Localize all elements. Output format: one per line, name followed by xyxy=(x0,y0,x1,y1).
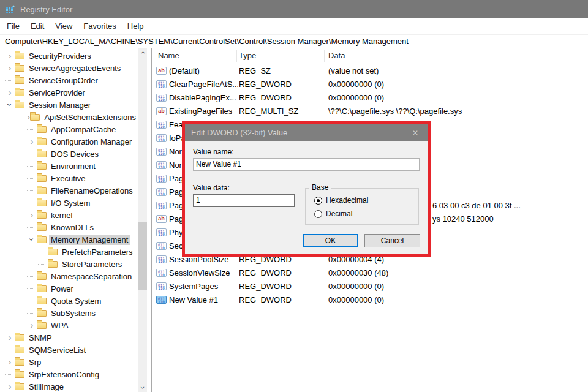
column-divider[interactable] xyxy=(521,50,521,62)
value-data-field[interactable]: 1 xyxy=(193,194,295,207)
registry-path: Computer\HKEY_LOCAL_MACHINE\SYSTEM\Curre… xyxy=(5,37,409,46)
tree-item-snmp[interactable]: ›SNMP xyxy=(0,331,138,344)
value-row-systempages[interactable]: 011 110SystemPagesREG_DWORD0x00000000 (0… xyxy=(152,279,588,293)
tree-item-namespaceseparation[interactable]: NamespaceSeparation xyxy=(0,270,138,282)
chevron-right-icon[interactable]: › xyxy=(27,211,37,219)
chevron-right-icon[interactable]: › xyxy=(5,358,15,366)
chevron-right-icon[interactable]: › xyxy=(5,88,15,97)
value-type: REG_SZ xyxy=(239,66,271,75)
tree-item-label: I/O System xyxy=(49,198,92,208)
menu-item-help[interactable]: Help xyxy=(122,18,149,34)
scroll-down-icon[interactable]: › xyxy=(138,383,147,392)
tree-item-serviceprovider[interactable]: ›ServiceProvider xyxy=(0,86,138,99)
tree-item-kernel[interactable]: ›kernel xyxy=(0,209,138,221)
menu-item-favorites[interactable]: Favorites xyxy=(78,18,121,34)
tree-item-executive[interactable]: Executive xyxy=(0,172,138,184)
tree-item-label: ServiceAggregatedEvents xyxy=(27,63,123,74)
tree-connector xyxy=(27,178,33,179)
column-divider[interactable] xyxy=(236,50,237,62)
radio-button-icon[interactable] xyxy=(314,197,322,205)
menu-item-edit[interactable]: Edit xyxy=(25,18,50,34)
tree-item-apisetschemaextensions[interactable]: ›ApiSetSchemaExtensions xyxy=(0,111,138,123)
scrollbar-thumb[interactable] xyxy=(138,222,147,290)
tree-connector xyxy=(27,190,33,191)
value-type: REG_DWORD xyxy=(239,295,292,304)
menu-item-view[interactable]: View xyxy=(50,18,78,34)
column-divider[interactable] xyxy=(324,50,325,62)
folder-icon xyxy=(37,224,47,231)
menu-item-file[interactable]: File xyxy=(1,18,25,34)
tree-item-appcompatcache[interactable]: AppCompatCache xyxy=(0,123,138,135)
tree-item-knowndlls[interactable]: KnownDLLs xyxy=(0,221,138,233)
value-row-disablepagingex[interactable]: 011 110DisablePagingEx...REG_DWORD0x0000… xyxy=(152,91,588,104)
value-row-sessionviewsize[interactable]: 011 110SessionViewSizeREG_DWORD0x0000003… xyxy=(152,266,588,279)
folder-icon xyxy=(15,102,24,108)
cancel-button[interactable]: Cancel xyxy=(364,234,420,247)
tree-item-srpextensionconfig[interactable]: SrpExtensionConfig xyxy=(0,368,138,380)
tree-item-label: SNMP xyxy=(27,333,54,343)
tree-item-environment[interactable]: Environment xyxy=(0,160,138,172)
tree-scrollbar[interactable]: › › xyxy=(138,48,147,392)
folder-icon xyxy=(37,298,47,304)
tree-item-serviceaggregatedevents[interactable]: ›ServiceAggregatedEvents xyxy=(0,62,138,74)
tree-item-session-manager[interactable]: ›Session Manager xyxy=(0,99,138,111)
chevron-right-icon[interactable]: › xyxy=(27,321,37,330)
dword-value-icon: 011 110 xyxy=(156,269,167,277)
tree-item-wpa[interactable]: ›WPA xyxy=(0,319,138,331)
value-data: \??\C:\pagefile.sys \??\Q:\pagefile.sys xyxy=(328,107,462,116)
tree-item-label: NamespaceSeparation xyxy=(49,271,134,282)
tree-item-dos-devices[interactable]: DOS Devices xyxy=(0,148,138,160)
tree-item-subsystems[interactable]: SubSystems xyxy=(0,307,138,319)
tree-item-servicegrouporder[interactable]: ServiceGroupOrder xyxy=(0,74,138,86)
column-header-type[interactable]: Type xyxy=(239,51,256,60)
address-bar[interactable]: Computer\HKEY_LOCAL_MACHINE\SYSTEM\Curre… xyxy=(0,34,588,48)
column-header-name[interactable]: Name xyxy=(158,51,179,60)
value-row-new-value-1[interactable]: 011 110New Value #1REG_DWORD0x00000000 (… xyxy=(152,293,588,306)
tree-item-storeparameters[interactable]: StoreParameters xyxy=(0,258,138,270)
folder-icon xyxy=(37,175,47,182)
value-row-default[interactable]: ab(Default)REG_SZ(value not set) xyxy=(152,64,588,77)
tree-item-prefetchparameters[interactable]: PrefetchParameters xyxy=(0,246,138,258)
tree-item-label: KnownDLLs xyxy=(49,222,96,233)
radio-decimal[interactable]: Decimal xyxy=(314,209,352,218)
minimize-icon[interactable]: — xyxy=(576,0,587,18)
value-name-field[interactable]: New Value #1 xyxy=(193,158,420,171)
chevron-right-icon[interactable]: › xyxy=(5,51,15,60)
tree-item-label: SrpExtensionConfig xyxy=(27,369,101,380)
close-icon[interactable]: ✕ xyxy=(403,124,428,141)
tree-item-label: ServiceGroupOrder xyxy=(27,75,100,86)
string-value-icon: ab xyxy=(156,67,167,75)
tree-item-memory-management[interactable]: ›Memory Management xyxy=(0,233,138,246)
string-value-icon: ab xyxy=(156,107,167,115)
base-groupbox: Base Hexadecimal Decimal xyxy=(305,188,419,225)
value-name: ExistingPageFiles xyxy=(169,107,238,116)
radio-hexadecimal[interactable]: Hexadecimal xyxy=(314,196,368,205)
tree-item-configuration-manager[interactable]: ›Configuration Manager xyxy=(0,135,138,148)
chevron-right-icon[interactable]: › xyxy=(27,137,37,146)
tree-item-quota-system[interactable]: Quota System xyxy=(0,295,138,307)
registry-tree-items: ›SecurityProviders›ServiceAggregatedEven… xyxy=(0,50,138,392)
scroll-up-icon[interactable]: › xyxy=(138,48,147,57)
tree-item-filerenameoperations[interactable]: FileRenameOperations xyxy=(0,184,138,197)
value-row-clearpagefileats[interactable]: 011 110ClearPageFileAtS...REG_DWORD0x000… xyxy=(152,77,588,91)
value-type: REG_DWORD xyxy=(239,282,292,291)
chevron-down-icon[interactable]: › xyxy=(6,100,14,110)
chevron-right-icon[interactable]: › xyxy=(5,64,15,72)
chevron-down-icon[interactable]: › xyxy=(28,235,36,244)
tree-item-srp[interactable]: ›Srp xyxy=(0,356,138,368)
column-header-data[interactable]: Data xyxy=(328,51,345,60)
radio-button-icon[interactable] xyxy=(314,210,322,218)
tree-item-power[interactable]: Power xyxy=(0,282,138,295)
value-row-existingpagefiles[interactable]: abExistingPageFilesREG_MULTI_SZ\??\C:\pa… xyxy=(152,104,588,118)
tree-item-stillimage[interactable]: ›StillImage xyxy=(0,380,138,392)
ok-button[interactable]: OK xyxy=(303,234,358,247)
tree-item-label: Environment xyxy=(49,161,97,172)
value-type: REG_MULTI_SZ xyxy=(239,107,298,116)
folder-icon xyxy=(48,249,58,255)
chevron-right-icon[interactable]: › xyxy=(5,382,15,391)
tree-item-securityproviders[interactable]: ›SecurityProviders xyxy=(0,50,138,62)
tree-item-i-o-system[interactable]: I/O System xyxy=(0,197,138,209)
tree-item-sqmservicelist[interactable]: SQMServiceList xyxy=(0,344,138,356)
chevron-right-icon[interactable]: › xyxy=(5,333,15,342)
tree-connector xyxy=(27,301,33,301)
